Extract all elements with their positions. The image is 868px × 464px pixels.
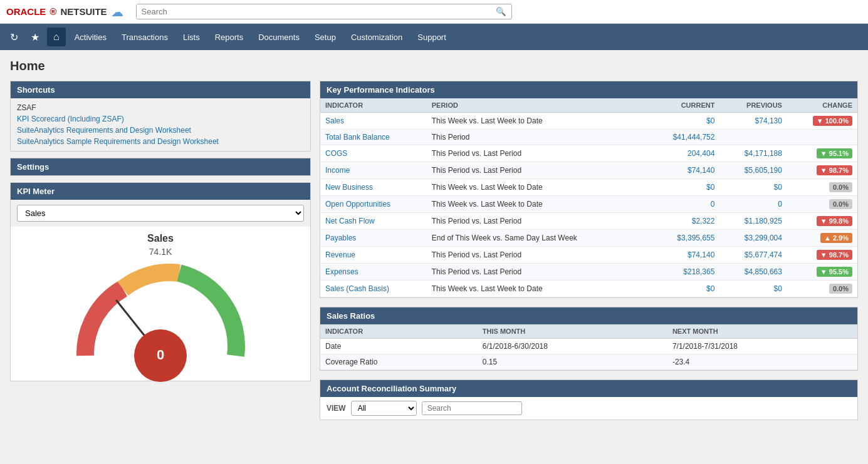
table-row: Sales This Week vs. Last Week to Date $0… — [320, 113, 857, 130]
kpi-change: 0.0% — [787, 281, 857, 297]
acct-search-input[interactable] — [422, 401, 522, 415]
search-bar: 🔍 — [136, 4, 512, 19]
nav-setup[interactable]: Setup — [308, 29, 342, 46]
top-bar: ORACLE ® NETSUITE ☁ 🔍 — [0, 0, 868, 24]
change-badge: 0.0% — [829, 199, 852, 209]
kpi-change: ▲ 2.9% — [787, 230, 857, 247]
kpi-col-previous: PREVIOUS — [719, 98, 787, 113]
registered-mark: ® — [50, 6, 56, 17]
history-button[interactable]: ↻ — [5, 28, 23, 47]
kpi-meter-panel: KPI Meter Sales Revenue Income COGS Sale… — [10, 182, 311, 381]
change-badge: 0.0% — [829, 182, 852, 192]
nav-documents[interactable]: Documents — [252, 29, 306, 46]
search-button[interactable]: 🔍 — [491, 4, 511, 19]
kpi-change: ▼ 98.7% — [787, 162, 857, 179]
kpi-change — [787, 130, 857, 145]
shortcut-suite-analytics-req[interactable]: SuiteAnalytics Requirements and Design W… — [17, 125, 304, 136]
kpi-period: End of This Week vs. Same Day Last Week — [427, 230, 647, 247]
kpi-current: $2,322 — [646, 213, 719, 230]
settings-panel: Settings — [10, 158, 311, 176]
kpi-previous: $1,180,925 — [719, 213, 787, 230]
table-row: Coverage Ratio 0.15 -23.4 — [320, 354, 857, 370]
kpi-period: This Week vs. Last Week to Date — [427, 281, 647, 297]
kpi-meter-header: KPI Meter — [11, 183, 310, 200]
sr-col-this-month: THIS MONTH — [478, 324, 667, 339]
kpi-col-change: CHANGE — [787, 98, 857, 113]
kpi-change: 0.0% — [787, 196, 857, 213]
kpi-previous: $5,605,190 — [719, 162, 787, 179]
kpi-period: This Period vs. Last Period — [427, 162, 647, 179]
kpi-current: 0 — [646, 196, 719, 213]
kpi-period: This Period vs. Last Period — [427, 247, 647, 264]
kpi-indicator[interactable]: Payables — [320, 230, 427, 247]
change-badge: ▼ 98.7% — [817, 250, 852, 260]
sales-ratios-panel: Sales Ratios INDICATOR THIS MONTH NEXT M… — [320, 307, 858, 371]
sr-indicator: Coverage Ratio — [320, 354, 478, 370]
kpi-indicator[interactable]: Total Bank Balance — [320, 130, 427, 145]
kpi-indicator[interactable]: Sales — [320, 113, 427, 130]
oracle-logo: ORACLE — [6, 6, 46, 17]
kpi-previous: $0 — [719, 281, 787, 297]
shortcut-kpi-scorecard[interactable]: KPI Scorecard (Including ZSAF) — [17, 113, 304, 125]
kpi-current: $0 — [646, 281, 719, 297]
kpi-table: INDICATOR PERIOD CURRENT PREVIOUS CHANGE… — [320, 98, 857, 297]
kpi-col-period: PERIOD — [427, 98, 647, 113]
sr-this-month: 0.15 — [478, 354, 667, 370]
kpi-current: $74,140 — [646, 162, 719, 179]
nav-customization[interactable]: Customization — [345, 29, 409, 46]
kpi-change: ▼ 95.1% — [787, 145, 857, 162]
kpi-current: $218,365 — [646, 264, 719, 281]
kpi-previous: $4,850,663 — [719, 264, 787, 281]
sr-this-month: 6/1/2018-6/30/2018 — [478, 339, 667, 354]
acct-recon-panel: Account Reconciliation Summary VIEW All … — [320, 379, 858, 420]
table-row: Expenses This Period vs. Last Period $21… — [320, 264, 857, 281]
kpi-meter-select[interactable]: Sales Revenue Income COGS — [17, 205, 304, 222]
sr-col-next-month: NEXT MONTH — [667, 324, 857, 339]
kpi-indicator[interactable]: New Business — [320, 179, 427, 196]
table-row: COGS This Period vs. Last Period 204,404… — [320, 145, 857, 162]
table-row: Revenue This Period vs. Last Period $74,… — [320, 247, 857, 264]
kpi-panel-header: Key Performance Indicators — [320, 81, 857, 98]
view-select[interactable]: All Reconciled Unreconciled — [351, 401, 417, 416]
kpi-change: ▼ 100.0% — [787, 113, 857, 130]
search-input[interactable] — [137, 4, 491, 19]
nav-lists[interactable]: Lists — [177, 29, 206, 46]
table-row: Date 6/1/2018-6/30/2018 7/1/2018-7/31/20… — [320, 339, 857, 354]
kpi-previous: 0 — [719, 196, 787, 213]
nav-reports[interactable]: Reports — [209, 29, 250, 46]
gauge-container: Sales 74.1K — [11, 227, 310, 381]
kpi-indicator[interactable]: COGS — [320, 145, 427, 162]
sr-next-month: -23.4 — [667, 354, 857, 370]
kpi-period: This Period — [427, 130, 647, 145]
kpi-indicator[interactable]: Revenue — [320, 247, 427, 264]
favorites-button[interactable]: ★ — [26, 28, 44, 47]
kpi-change: 0.0% — [787, 179, 857, 196]
kpi-indicator[interactable]: Sales (Cash Basis) — [320, 281, 427, 297]
page-title: Home — [10, 59, 858, 73]
change-badge: ▼ 95.1% — [817, 148, 852, 158]
table-row: Income This Period vs. Last Period $74,1… — [320, 162, 857, 179]
kpi-indicator[interactable]: Income — [320, 162, 427, 179]
kpi-indicator[interactable]: Open Opportunities — [320, 196, 427, 213]
kpi-change: ▼ 99.8% — [787, 213, 857, 230]
main-layout: Shortcuts ZSAF KPI Scorecard (Including … — [10, 81, 858, 420]
nav-activities[interactable]: Activities — [68, 29, 113, 46]
shortcuts-header: Shortcuts — [11, 81, 310, 98]
change-badge: ▼ 95.5% — [817, 267, 852, 277]
kpi-period: This Week vs. Last Week to Date — [427, 196, 647, 213]
nav-transactions[interactable]: Transactions — [115, 29, 174, 46]
kpi-indicator[interactable]: Net Cash Flow — [320, 213, 427, 230]
kpi-period: This Week vs. Last Week to Date — [427, 113, 647, 130]
home-button[interactable]: ⌂ — [47, 28, 66, 46]
shortcut-suite-analytics-sample[interactable]: SuiteAnalytics Sample Requirements and D… — [17, 136, 304, 147]
kpi-period: This Period vs. Last Period — [427, 145, 647, 162]
kpi-current: 204,404 — [646, 145, 719, 162]
kpi-previous: $4,171,188 — [719, 145, 787, 162]
change-badge: ▲ 2.9% — [820, 233, 852, 243]
table-row: Open Opportunities This Week vs. Last We… — [320, 196, 857, 213]
kpi-indicator[interactable]: Expenses — [320, 264, 427, 281]
netsuite-logo: NETSUITE — [60, 6, 107, 17]
kpi-previous: $0 — [719, 179, 787, 196]
acct-recon-toolbar: VIEW All Reconciled Unreconciled — [320, 397, 857, 420]
nav-support[interactable]: Support — [411, 29, 452, 46]
